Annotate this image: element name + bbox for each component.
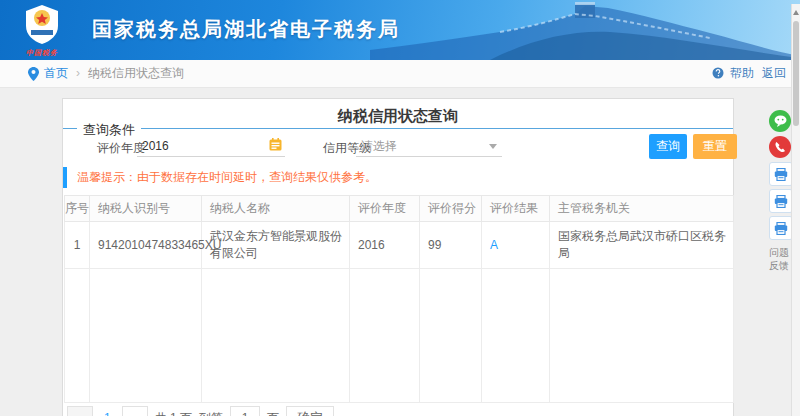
tax-bureau-logo: 中国税务: [16, 4, 68, 58]
table-empty-area: [65, 269, 734, 403]
help-icon: [712, 67, 724, 79]
help-label: 帮助: [730, 66, 754, 80]
col-taxpayer-id: 纳税人识别号: [90, 196, 202, 222]
col-score: 评价得分: [420, 196, 482, 222]
conditions-legend: 查询条件: [77, 121, 141, 139]
scrollbar[interactable]: [791, 4, 800, 416]
goto-suffix: 页: [267, 410, 279, 416]
right-toolbar: 问题反馈: [769, 110, 793, 272]
credit-level-select[interactable]: 请选择: [356, 135, 502, 157]
col-authority: 主管税务机关: [550, 196, 734, 222]
notice-banner: 温馨提示：由于数据存在时间延时，查询结果仅供参考。: [63, 167, 733, 188]
logo-caption: 中国税务: [16, 48, 68, 58]
page-title: 纳税信用状态查询: [63, 99, 733, 126]
col-result: 评价结果: [482, 196, 550, 222]
results-table: 序号 纳税人识别号 纳税人名称 评价年度 评价得分 评价结果 主管税务机关 1 …: [64, 195, 734, 403]
cell-result: A: [482, 222, 550, 269]
scroll-up-arrow-icon[interactable]: [793, 10, 799, 15]
site-title: 国家税务总局湖北省电子税务局: [92, 16, 400, 43]
wechat-icon[interactable]: [769, 110, 791, 132]
feedback-link[interactable]: 问题反馈: [769, 246, 791, 272]
chevron-down-icon: [489, 144, 497, 149]
breadcrumb-home-link[interactable]: 首页: [44, 60, 68, 87]
conditions-divider: [63, 128, 733, 129]
page: 中国税务 国家税务总局湖北省电子税务局 首页 › 纳税信用状态查询 帮助 返回 …: [0, 0, 800, 416]
table-header-row: 序号 纳税人识别号 纳税人名称 评价年度 评价得分 评价结果 主管税务机关: [65, 196, 734, 222]
total-pages: 共 1 页: [155, 410, 192, 416]
col-year: 评价年度: [350, 196, 420, 222]
goto-page-input[interactable]: [230, 406, 260, 416]
cell-year: 2016: [350, 222, 420, 269]
breadcrumb-separator: ›: [76, 60, 80, 87]
cell-taxpayer-name: 武汉金东方智能景观股份有限公司: [202, 222, 350, 269]
pagination: ‹ 1 › 共 1 页 到第 页 确定: [67, 406, 334, 416]
prev-page-button[interactable]: ‹: [67, 406, 93, 416]
location-pin-icon: [28, 67, 39, 81]
goto-prefix: 到第: [199, 410, 223, 416]
credit-level-value: 请选择: [361, 139, 397, 153]
col-taxpayer-name: 纳税人名称: [202, 196, 350, 222]
cell-index: 1: [65, 222, 90, 269]
cell-score: 99: [420, 222, 482, 269]
app-header: 中国税务 国家税务总局湖北省电子税务局: [0, 0, 800, 60]
help-link[interactable]: 帮助: [712, 60, 754, 87]
printer-icon-3[interactable]: [769, 216, 793, 240]
current-page[interactable]: 1: [100, 411, 115, 416]
cell-authority: 国家税务总局武汉市硚口区税务局: [550, 222, 734, 269]
reset-button[interactable]: 重置: [693, 134, 737, 159]
calendar-icon[interactable]: [269, 138, 282, 151]
col-index: 序号: [65, 196, 90, 222]
scrollbar-thumb[interactable]: [793, 21, 799, 126]
year-input[interactable]: [137, 135, 285, 157]
printer-icon-1[interactable]: [769, 162, 793, 186]
back-link[interactable]: 返回: [762, 60, 786, 87]
next-page-button[interactable]: ›: [122, 406, 148, 416]
cell-taxpayer-id: 9142010474833465XU: [90, 222, 202, 269]
query-button[interactable]: 查询: [649, 134, 687, 159]
breadcrumb: 首页 › 纳税信用状态查询 帮助 返回: [0, 60, 800, 88]
breadcrumb-current: 纳税信用状态查询: [88, 60, 184, 87]
query-panel: 纳税信用状态查询 查询条件 评价年度 信用等级 请选择 查询 重置 温馨提示：由…: [62, 98, 734, 416]
hotline-phone-icon[interactable]: [769, 136, 791, 158]
printer-icon-2[interactable]: [769, 189, 793, 213]
result-grade-link[interactable]: A: [490, 238, 498, 252]
great-wall-image: [370, 0, 800, 60]
goto-confirm-button[interactable]: 确定: [286, 406, 334, 416]
tax-emblem-icon: [22, 4, 62, 46]
table-row: 1 9142010474833465XU 武汉金东方智能景观股份有限公司 201…: [65, 222, 734, 269]
